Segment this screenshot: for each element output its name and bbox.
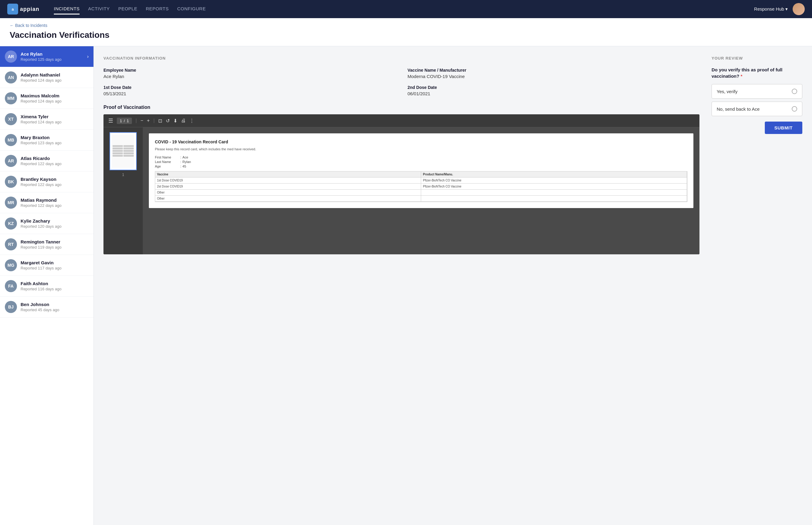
item-avatar: MB xyxy=(5,134,17,146)
pdf-table-cell: Other xyxy=(155,196,421,201)
pdf-menu-icon[interactable]: ☰ xyxy=(108,117,113,124)
pdf-last-name-row: Last Name : Rylan xyxy=(155,160,688,164)
sidebar-item[interactable]: FAFaith AshtonReported 116 days ago xyxy=(0,276,93,297)
item-info: Maximus MalcolmReported 124 days ago xyxy=(20,93,89,103)
nav-right: Response Hub ▾ xyxy=(754,3,805,15)
sidebar-item[interactable]: MBMary BraxtonReported 123 days ago xyxy=(0,130,93,151)
pdf-download-icon[interactable]: ⬇ xyxy=(173,118,177,124)
item-sub: Reported 45 days ago xyxy=(20,308,89,312)
sidebar-item[interactable]: BKBrantley KaysonReported 122 days ago xyxy=(0,171,93,192)
item-sub: Reported 123 days ago xyxy=(20,140,89,145)
item-info: Remington TannerReported 119 days ago xyxy=(20,239,89,250)
sidebar-item[interactable]: MRMatias RaymondReported 122 days ago xyxy=(0,192,93,213)
user-avatar[interactable] xyxy=(793,3,805,15)
nav-items: INCIDENTS ACTIVITY PEOPLE REPORTS CONFIG… xyxy=(54,4,744,15)
pdf-toolbar: ☰ 1 / 1 | − + | ⊡ ↺ ⬇ 🖨 xyxy=(103,114,699,127)
review-section-title: YOUR REVIEW xyxy=(711,56,802,60)
pdf-table-cell: 1st Dose COVID19 xyxy=(155,178,421,183)
sidebar-item[interactable]: MGMargaret GavinReported 117 days ago xyxy=(0,255,93,276)
item-avatar: FA xyxy=(5,280,17,292)
item-avatar: BK xyxy=(5,176,17,188)
dose2-label: 2nd Dose Date xyxy=(408,85,699,90)
sidebar-item[interactable]: KZKylie ZacharyReported 120 days ago xyxy=(0,213,93,234)
top-navigation: a appian INCIDENTS ACTIVITY PEOPLE REPOR… xyxy=(0,0,812,18)
nav-activity[interactable]: ACTIVITY xyxy=(88,4,110,15)
item-info: Ximena TylerReported 124 days ago xyxy=(20,114,89,124)
item-info: Mary BraxtonReported 123 days ago xyxy=(20,135,89,145)
radio-label: No, send back to Ace xyxy=(717,106,760,111)
sidebar-item[interactable]: XTXimena TylerReported 124 days ago xyxy=(0,109,93,130)
main-content: VACCINATION INFORMATION Employee Name Ac… xyxy=(94,46,812,525)
radio-label: Yes, verify xyxy=(717,89,738,94)
pdf-table-cell: 2st Dose COVID19 xyxy=(155,183,421,189)
sidebar-item[interactable]: MMMaximus MalcolmReported 124 days ago xyxy=(0,88,93,109)
workspace-selector[interactable]: Response Hub ▾ xyxy=(754,6,788,12)
pdf-zoom-out-button[interactable]: − xyxy=(141,118,143,123)
item-avatar: MM xyxy=(5,92,17,104)
pdf-table-cell xyxy=(421,190,687,195)
item-sub: Reported 122 days ago xyxy=(20,182,89,187)
pdf-expand-icon[interactable]: ⊡ xyxy=(158,118,162,124)
pdf-rotate-icon[interactable]: ↺ xyxy=(166,118,170,124)
submit-button[interactable]: SUBMIT xyxy=(765,122,802,134)
pdf-age-label: Age xyxy=(155,165,179,168)
dose2-group: 2nd Dose Date 06/01/2021 xyxy=(408,85,699,96)
pdf-thumbnail[interactable] xyxy=(109,132,137,170)
pdf-first-name-label: First Name xyxy=(155,155,179,159)
content-grid: VACCINATION INFORMATION Employee Name Ac… xyxy=(103,56,802,254)
sidebar-item[interactable]: RTRemington TannerReported 119 days ago xyxy=(0,234,93,255)
item-name: Matias Raymond xyxy=(20,197,89,202)
nav-incidents[interactable]: INCIDENTS xyxy=(54,4,79,15)
employee-name-value: Ace Rylan xyxy=(103,74,395,79)
sidebar-item[interactable]: ARAce RylanReported 125 days ago› xyxy=(0,46,93,67)
item-name: Mary Braxton xyxy=(20,135,89,140)
sidebar: ARAce RylanReported 125 days ago›ANAdaly… xyxy=(0,46,94,525)
pdf-divider: | xyxy=(135,118,137,123)
pdf-table-row: 2st Dose COVID19Pfizer-BioNTech CO Vacci… xyxy=(155,183,687,190)
item-sub: Reported 122 days ago xyxy=(20,203,89,208)
pdf-viewer[interactable]: ☰ 1 / 1 | − + | ⊡ ↺ ⬇ 🖨 xyxy=(103,114,699,254)
pdf-table-row: Other xyxy=(155,190,687,196)
item-avatar: AR xyxy=(5,155,17,167)
pdf-zoom-in-button[interactable]: + xyxy=(147,118,150,123)
radio-circle-icon xyxy=(792,106,797,111)
vaccine-name-value: Moderna COVID-19 Vaccine xyxy=(408,74,699,79)
item-name: Brantley Kayson xyxy=(20,177,89,182)
vaccine-name-group: Vaccine Name / Manufacturer Moderna COVI… xyxy=(408,68,699,79)
radio-option[interactable]: No, send back to Ace xyxy=(711,102,802,116)
pdf-last-name-label: Last Name xyxy=(155,160,179,164)
item-name: Ximena Tyler xyxy=(20,114,89,119)
submit-container: SUBMIT xyxy=(711,119,802,134)
pdf-table-cell: Other xyxy=(155,190,421,195)
pdf-thumbnail-panel: 1 xyxy=(103,127,143,254)
item-avatar: XT xyxy=(5,113,17,125)
nav-reports[interactable]: REPORTS xyxy=(146,4,169,15)
item-avatar: BJ xyxy=(5,301,17,313)
app-logo[interactable]: a appian xyxy=(7,4,39,15)
nav-configure[interactable]: CONFIGURE xyxy=(177,4,206,15)
sidebar-item[interactable]: ARAtlas RicardoReported 122 days ago xyxy=(0,151,93,171)
pdf-card-title: COVID - 19 Vaccination Record Card xyxy=(155,139,688,144)
pdf-more-icon[interactable]: ⋮ xyxy=(189,118,194,124)
item-info: Atlas RicardoReported 122 days ago xyxy=(20,156,89,166)
back-link[interactable]: ← Back to Incidents xyxy=(10,23,802,28)
logo-text: appian xyxy=(20,6,39,12)
pdf-table-col1-header: Vaccine xyxy=(155,171,421,177)
radio-option[interactable]: Yes, verify xyxy=(711,84,802,99)
item-name: Remington Tanner xyxy=(20,239,89,244)
item-avatar: MR xyxy=(5,197,17,209)
item-avatar: MG xyxy=(5,259,17,271)
pdf-content: 1 COVID - 19 Vaccination Record Card Ple… xyxy=(103,127,699,254)
pdf-table-cell xyxy=(421,196,687,201)
nav-people[interactable]: PEOPLE xyxy=(118,4,137,15)
review-options: Yes, verifyNo, send back to Ace xyxy=(711,84,802,116)
sidebar-item[interactable]: ANAdalynn NathanielReported 124 days ago xyxy=(0,67,93,88)
employee-name-group: Employee Name Ace Rylan xyxy=(103,68,395,79)
pdf-print-icon[interactable]: 🖨 xyxy=(181,118,186,123)
main-layout: ARAce RylanReported 125 days ago›ANAdaly… xyxy=(0,46,812,525)
sidebar-item[interactable]: BJBen JohnsonReported 45 days ago xyxy=(0,297,93,317)
item-name: Kylie Zachary xyxy=(20,218,89,224)
pdf-page-indicator: 1 / 1 xyxy=(117,118,132,124)
item-info: Adalynn NathanielReported 124 days ago xyxy=(20,72,89,82)
dose1-label: 1st Dose Date xyxy=(103,85,395,90)
